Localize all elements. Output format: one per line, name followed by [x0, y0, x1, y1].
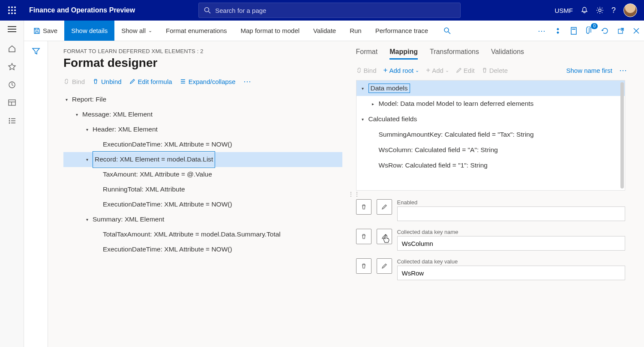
map-format-button[interactable]: Map format to model — [234, 21, 307, 41]
tree-caret-icon[interactable]: ▾ — [84, 155, 90, 165]
key-name-edit-button[interactable] — [377, 229, 392, 244]
svg-point-3 — [8, 9, 10, 11]
key-value-edit-button[interactable] — [377, 258, 392, 274]
enabled-delete-button[interactable] — [356, 199, 371, 215]
tree-label: Calculated fields — [368, 115, 417, 123]
hamburger-icon[interactable] — [8, 26, 16, 33]
user-avatar[interactable] — [623, 3, 637, 17]
tab-mapping[interactable]: Mapping — [389, 48, 418, 60]
unbind-button[interactable]: Unbind — [93, 78, 122, 85]
more-icon[interactable]: ⋯ — [533, 21, 550, 41]
refresh-icon[interactable] — [597, 21, 613, 41]
tree-label: Record: XML Element = model.Data.List — [93, 151, 215, 168]
key-value-input[interactable] — [397, 266, 626, 280]
tree-row[interactable]: ▾Message: XML Element — [63, 107, 342, 122]
perf-trace-label: Performance trace — [375, 27, 428, 34]
global-search[interactable]: Search for a page — [198, 3, 461, 18]
expand-label: Expand/collapse — [189, 78, 236, 85]
add-root-button[interactable]: +Add root ⌄ — [383, 66, 419, 75]
tab-transformations[interactable]: Transformations — [430, 48, 479, 60]
star-icon[interactable] — [8, 63, 16, 71]
bind-button[interactable]: Bind — [63, 78, 85, 85]
tree-caret-icon[interactable]: ▾ — [84, 125, 90, 135]
show-details-button[interactable]: Show details — [64, 21, 114, 41]
svg-rect-16 — [9, 100, 15, 105]
enabled-edit-button[interactable] — [377, 199, 392, 215]
tab-validations[interactable]: Validations — [491, 48, 524, 60]
right-bind-button[interactable]: Bind — [356, 67, 377, 74]
tree-row[interactable]: TotalTaxAmount: XML Attribute = model.Da… — [63, 227, 342, 242]
tree-row[interactable]: ▾Summary: XML Element — [63, 212, 342, 227]
key-value-label: Collected data key value — [397, 258, 626, 265]
splitter-handle[interactable]: ⋮⋮ — [352, 41, 356, 347]
tree-row[interactable]: RunningTotal: XML Attribute — [63, 182, 342, 197]
show-name-first-label: Show name first — [566, 67, 612, 74]
right-more-button[interactable]: ⋯ — [619, 66, 627, 75]
tree-row[interactable]: ExecutionDateTime: XML Attribute = NOW() — [63, 242, 342, 257]
search-toolbar-icon[interactable] — [439, 21, 455, 41]
performance-trace-button[interactable]: Performance trace — [368, 21, 435, 41]
filter-icon[interactable] — [32, 47, 40, 347]
key-name-input[interactable] — [397, 236, 626, 251]
svg-point-0 — [8, 6, 10, 8]
more-actions-button[interactable]: ⋯ — [243, 77, 251, 86]
mapping-tree-row[interactable]: ▾Data models — [356, 81, 625, 96]
enabled-input[interactable] — [397, 206, 626, 221]
bell-icon[interactable] — [581, 6, 588, 14]
company-badge[interactable]: USMF — [554, 7, 573, 14]
mapping-tree-row[interactable]: ▸Model: Data model Model to learn deferr… — [356, 96, 625, 111]
office-icon[interactable] — [566, 21, 581, 41]
gear-icon[interactable] — [596, 6, 604, 14]
modules-icon[interactable] — [8, 117, 16, 125]
attachments-icon[interactable]: 0 — [581, 21, 597, 41]
svg-point-4 — [11, 9, 13, 11]
validate-button[interactable]: Validate — [306, 21, 343, 41]
edit-button[interactable]: Edit — [456, 67, 475, 74]
tree-caret-icon[interactable]: ▾ — [360, 117, 366, 122]
tree-caret-icon[interactable]: ▾ — [63, 95, 69, 105]
add-button[interactable]: +Add ⌄ — [426, 66, 449, 75]
tree-label: Report: File — [72, 92, 106, 107]
home-icon[interactable] — [8, 45, 16, 53]
mapping-tree-row[interactable]: WsColumn: Calculated field = "A": String — [356, 142, 625, 158]
expand-collapse-button[interactable]: Expand/collapse — [180, 78, 236, 85]
tab-format[interactable]: Format — [356, 48, 378, 60]
format-enumerations-button[interactable]: Format enumerations — [159, 21, 234, 41]
tree-row[interactable]: TaxAmount: XML Attribute = @.Value — [63, 167, 342, 182]
show-all-button[interactable]: Show all ⌄ — [114, 21, 159, 41]
save-icon — [33, 27, 40, 34]
tree-label: Data models — [368, 84, 410, 93]
tree-label: Summary: XML Element — [93, 212, 164, 227]
svg-point-2 — [14, 6, 16, 8]
tree-row[interactable]: ▾Header: XML Element — [63, 122, 342, 137]
tree-row[interactable]: ▾Report: File — [63, 92, 342, 107]
mapping-tree-row[interactable]: WsRow: Calculated field = "1": String — [356, 158, 625, 173]
workspace-icon[interactable] — [8, 99, 16, 107]
tree-row[interactable]: ▾Record: XML Element = model.Data.List — [63, 152, 342, 167]
popout-icon[interactable] — [613, 21, 629, 41]
mapping-tree-row[interactable]: ▾Calculated fields — [356, 111, 625, 127]
edit-formula-button[interactable]: Edit formula — [129, 78, 172, 85]
mapping-tree-row[interactable]: SummingAmountKey: Calculated field = "Ta… — [356, 127, 625, 142]
tree-row[interactable]: ExecutionDateTime: XML Attribute = NOW() — [63, 197, 342, 212]
help-icon[interactable]: ? — [611, 6, 616, 15]
tree-caret-icon[interactable]: ▾ — [74, 110, 80, 120]
action-toolbar: Save Show details Show all ⌄ Format enum… — [0, 21, 644, 41]
svg-point-7 — [11, 12, 13, 14]
app-launcher-icon[interactable] — [3, 6, 21, 14]
tree-caret-icon[interactable]: ▾ — [84, 215, 90, 224]
options-icon[interactable] — [550, 21, 566, 41]
key-value-delete-button[interactable] — [356, 258, 371, 274]
delete-button[interactable]: Delete — [482, 67, 508, 74]
tree-caret-icon[interactable]: ▾ — [360, 86, 366, 91]
save-button[interactable]: Save — [27, 21, 64, 41]
tree-row[interactable]: ExecutionDateTime: XML Attribute = NOW() — [63, 137, 342, 152]
recent-icon[interactable] — [8, 81, 16, 89]
show-name-first-button[interactable]: Show name first — [566, 67, 612, 74]
add-label: Add — [432, 67, 443, 74]
key-name-delete-button[interactable] — [356, 229, 371, 244]
tree-caret-icon[interactable]: ▸ — [370, 102, 376, 106]
close-icon[interactable] — [629, 21, 644, 41]
run-button[interactable]: Run — [343, 21, 368, 41]
svg-point-20 — [9, 120, 10, 122]
